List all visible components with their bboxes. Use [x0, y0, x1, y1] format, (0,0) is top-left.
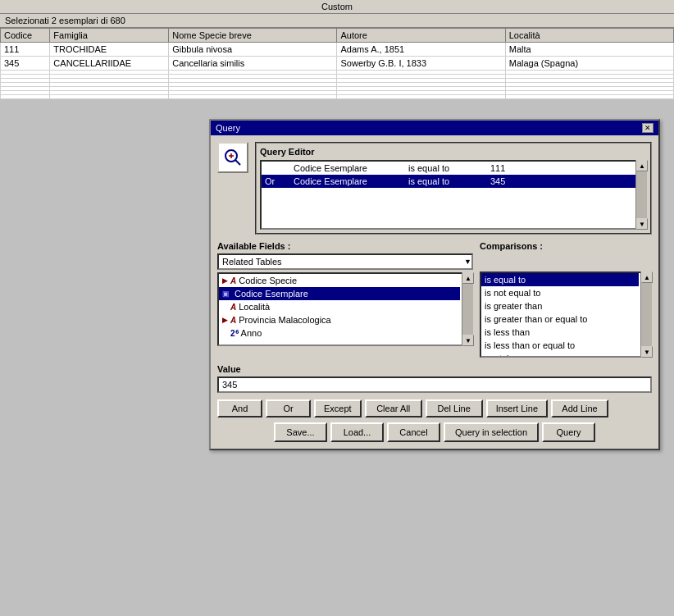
query-editor-label: Query Editor: [260, 147, 647, 157]
cell-famiglia-2: CANCELLARIIDAE: [50, 57, 169, 71]
data-table: Codice Famiglia Nome Specie breve Autore…: [0, 28, 674, 99]
window-title: Custom: [0, 0, 674, 14]
fields-scroll-track: [462, 284, 473, 335]
field-item-3[interactable]: ▶ A Provincia Malacologica: [219, 313, 460, 326]
scroll-up-button[interactable]: ▲: [636, 160, 648, 171]
cell-codice-1: 111: [1, 43, 50, 57]
fields-scroll-down[interactable]: ▼: [462, 335, 474, 346]
comparisons-label: Comparisons :: [480, 241, 652, 251]
query-dialog: Query ✕ Query Editor: [209, 119, 660, 450]
comparison-item-5[interactable]: is less than or equal to: [481, 339, 639, 352]
query-row-prefix-2: Or: [265, 176, 285, 186]
comparison-item-0[interactable]: is equal to: [481, 273, 639, 286]
svg-line-1: [235, 160, 240, 165]
bottom-buttons-row: Save... Load... Cancel Query in selectio…: [217, 422, 652, 442]
fields-list[interactable]: ▶ A Codice Specie ▣ Codice Esemplare A L…: [217, 272, 473, 346]
query-rows-scrollbar[interactable]: ▲ ▼: [635, 160, 647, 230]
fields-scroll-up[interactable]: ▲: [462, 272, 474, 284]
except-button[interactable]: Except: [314, 399, 362, 418]
query-in-selection-button[interactable]: Query in selection: [444, 422, 539, 442]
or-button[interactable]: Or: [266, 399, 311, 418]
clear-all-button[interactable]: Clear All: [365, 399, 422, 418]
cell-autore-1: Adams A., 1851: [337, 43, 505, 57]
query-row-2[interactable]: Or Codice Esemplare is equal to 345: [262, 175, 645, 188]
cell-localita-2: Malaga (Spagna): [505, 57, 673, 71]
related-tables-dropdown[interactable]: Related Tables ▼: [217, 253, 473, 270]
query-row-prefix-1: [265, 163, 285, 173]
and-button[interactable]: And: [217, 399, 262, 418]
field-arrow-icon-0: ▶: [222, 276, 228, 285]
query-row-val-1: 111: [490, 163, 540, 173]
field-name-0: Codice Specie: [239, 276, 297, 285]
fields-list-scrollbar[interactable]: ▲ ▼: [462, 272, 473, 346]
query-row-op-2: is equal to: [408, 176, 482, 186]
table-row-empty: [1, 95, 674, 99]
cell-localita-1: Malta: [505, 43, 673, 57]
comparison-item-4[interactable]: is less than: [481, 326, 639, 339]
dialog-close-button[interactable]: ✕: [642, 123, 654, 133]
table-row[interactable]: 111 TROCHIDAE Gibbula nivosa Adams A., 1…: [1, 43, 674, 57]
add-line-button[interactable]: Add Line: [551, 399, 608, 418]
col-header-localita: Località: [505, 29, 673, 43]
insert-line-button[interactable]: Insert Line: [486, 399, 548, 418]
col-header-codice: Codice: [1, 29, 50, 43]
query-row-1[interactable]: Codice Esemplare is equal to 111: [262, 162, 645, 175]
cell-codice-2: 345: [1, 57, 50, 71]
field-name-1: Codice Esemplare: [235, 289, 308, 299]
query-rows-container[interactable]: Codice Esemplare is equal to 111 Or Codi…: [260, 160, 647, 230]
status-bar: Selezionati 2 esemplari di 680: [0, 14, 674, 28]
related-tables-label: Related Tables: [222, 257, 282, 267]
value-input[interactable]: [217, 376, 652, 393]
field-name-3: Provincia Malacologica: [239, 315, 331, 325]
value-label: Value: [217, 364, 652, 374]
dialog-title: Query: [216, 123, 240, 133]
save-button[interactable]: Save...: [274, 422, 327, 442]
spreadsheet: Codice Famiglia Nome Specie breve Autore…: [0, 28, 674, 99]
query-icon: [217, 142, 248, 173]
field-name-2: Località: [239, 302, 270, 312]
col-header-nome: Nome Specie breve: [169, 29, 337, 43]
query-row-val-2: 345: [490, 176, 540, 186]
query-row-field-1: Codice Esemplare: [294, 163, 400, 173]
comp-scroll-down[interactable]: ▼: [641, 346, 653, 358]
comp-scroll-track: [641, 283, 652, 346]
field-item-1[interactable]: ▣ Codice Esemplare: [219, 287, 460, 300]
query-row-field-2: Codice Esemplare: [294, 176, 400, 186]
dropdown-arrow-icon: ▼: [464, 258, 471, 266]
field-type-icon-2: A: [230, 303, 236, 312]
cell-nome-1: Gibbula nivosa: [169, 43, 337, 57]
comparisons-scrollbar[interactable]: ▲ ▼: [640, 271, 652, 358]
field-name-4: Anno: [241, 328, 262, 338]
field-type-icon-4: 2⁶: [230, 329, 239, 338]
del-line-button[interactable]: Del Line: [426, 399, 483, 418]
load-button[interactable]: Load...: [330, 422, 384, 442]
table-row[interactable]: 345 CANCELLARIIDAE Cancellaria similis S…: [1, 57, 674, 71]
cell-famiglia-1: TROCHIDAE: [50, 43, 169, 57]
scroll-down-button[interactable]: ▼: [636, 218, 648, 230]
comparisons-list[interactable]: is equal to is not equal to is greater t…: [480, 271, 652, 358]
query-row-op-1: is equal to: [408, 163, 482, 173]
comparison-item-1[interactable]: is not equal to: [481, 286, 639, 299]
comparison-item-3[interactable]: is greater than or equal to: [481, 313, 639, 326]
query-button[interactable]: Query: [542, 422, 595, 442]
available-fields-label: Available Fields :: [217, 241, 473, 251]
comp-scroll-up[interactable]: ▲: [641, 271, 653, 283]
comparison-item-6[interactable]: contains: [481, 352, 639, 358]
scroll-track: [636, 171, 647, 218]
field-type-icon-1: ▣: [222, 290, 230, 298]
field-item-0[interactable]: ▶ A Codice Specie: [219, 274, 460, 287]
action-buttons-row: And Or Except Clear All Del Line Insert …: [217, 399, 652, 418]
comparison-item-2[interactable]: is greater than: [481, 299, 639, 313]
field-type-icon-0: A: [230, 276, 236, 285]
query-editor-box: Query Editor Codice Esemplare is equal t…: [255, 142, 652, 235]
col-header-autore: Autore: [337, 29, 505, 43]
cell-autore-2: Sowerby G.B. I, 1833: [337, 57, 505, 71]
dialog-titlebar: Query ✕: [211, 121, 658, 135]
field-item-4[interactable]: 2⁶ Anno: [219, 326, 460, 340]
cell-nome-2: Cancellaria similis: [169, 57, 337, 71]
field-item-2[interactable]: A Località: [219, 300, 460, 313]
field-arrow-icon-3: ▶: [222, 316, 228, 324]
field-type-icon-3: A: [230, 316, 236, 325]
col-header-famiglia: Famiglia: [50, 29, 169, 43]
cancel-button[interactable]: Cancel: [387, 422, 440, 442]
